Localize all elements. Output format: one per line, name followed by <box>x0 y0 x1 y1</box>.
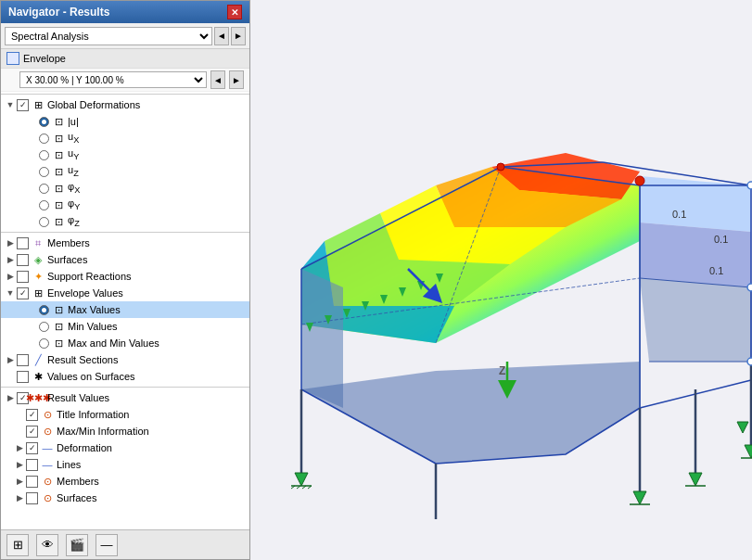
uz-icon: ⊡ <box>51 164 66 179</box>
next-arrow-button[interactable]: ► <box>231 27 246 45</box>
surfaces-lower-label: Surfaces <box>57 492 96 503</box>
support-checkbox[interactable] <box>17 271 29 283</box>
uy-icon: ⊡ <box>51 147 66 162</box>
min-values-row[interactable]: ⊡ Min Values <box>1 318 249 335</box>
surfaces-checkbox[interactable] <box>17 254 29 266</box>
deform-phiy-row[interactable]: ⊡ φY <box>1 197 249 213</box>
surfaces-lower-checkbox[interactable] <box>26 492 38 504</box>
surfaces-row[interactable]: ▶ ◈ Surfaces <box>1 251 249 268</box>
phiy-radio[interactable] <box>39 200 49 210</box>
values-surfaces-checkbox[interactable] <box>17 371 29 383</box>
u-abs-icon: ⊡ <box>51 114 66 129</box>
expand-lines-icon: ▶ <box>14 459 25 470</box>
max-min-values-row[interactable]: ⊡ Max and Min Values <box>1 335 249 351</box>
global-deformations-row[interactable]: ▼ ⊞ Global Deformations <box>1 96 249 113</box>
members-lower-checkbox[interactable] <box>26 476 38 488</box>
phiz-label: φZ <box>68 214 80 228</box>
deformation-checkbox[interactable] <box>26 442 38 454</box>
uz-radio[interactable] <box>39 167 49 177</box>
envelope-values-icon: ⊞ <box>31 286 45 300</box>
deform-uz-row[interactable]: ⊡ uZ <box>1 163 249 180</box>
values-surfaces-icon: ✱ <box>31 369 45 384</box>
svg-text:0.1: 0.1 <box>672 209 686 220</box>
svg-point-39 <box>747 182 752 189</box>
analysis-dropdown[interactable]: Spectral Analysis <box>5 27 212 45</box>
result-values-row[interactable]: ▶ ✱✱✱ Result Values <box>1 389 249 406</box>
global-def-icon: ⊞ <box>31 97 45 112</box>
max-values-row[interactable]: ⊡ Max Values <box>1 301 249 318</box>
ux-radio[interactable] <box>39 134 49 144</box>
expand-maxmin-icon <box>27 337 38 349</box>
members-checkbox[interactable] <box>17 237 29 249</box>
camera-button[interactable]: 🎬 <box>66 534 88 556</box>
maxmin-info-row[interactable]: ⊙ Max/Min Information <box>1 423 249 439</box>
values-on-surfaces-row[interactable]: ✱ Values on Surfaces <box>1 368 249 385</box>
uy-radio[interactable] <box>39 150 49 160</box>
surfaces-lower-row[interactable]: ▶ ⊙ Surfaces <box>1 490 249 506</box>
3d-view: 0.1 0.1 0.1 Z <box>250 0 752 560</box>
lines-row[interactable]: ▶ — Lines <box>1 456 249 473</box>
title-info-checkbox[interactable] <box>26 409 38 421</box>
members-lower-label: Members <box>57 476 99 487</box>
percent-next-button[interactable]: ► <box>229 70 244 89</box>
expand-support-icon: ▶ <box>5 271 16 282</box>
max-values-icon: ⊡ <box>51 302 66 317</box>
deform-u-abs-row[interactable]: ⊡ |u| <box>1 113 249 130</box>
result-sections-checkbox[interactable] <box>17 354 29 366</box>
line-button[interactable]: — <box>96 534 118 556</box>
support-icon: ✦ <box>31 269 45 284</box>
percent-select[interactable]: X 30.00 % | Y 100.00 % <box>19 71 207 88</box>
lines-icon: — <box>40 457 55 472</box>
envelope-values-row[interactable]: ▼ ⊞ Envelope Values <box>1 285 249 301</box>
expand-envelope-icon: ▼ <box>5 287 16 299</box>
svg-marker-8 <box>640 176 751 232</box>
phix-radio[interactable] <box>39 184 49 194</box>
max-values-radio[interactable] <box>39 305 49 315</box>
surfaces-icon: ◈ <box>31 252 45 267</box>
expand-maxmin-info-icon <box>14 426 25 437</box>
deform-phiz-row[interactable]: ⊡ φZ <box>1 213 249 230</box>
deformation-row[interactable]: ▶ — Deformation <box>1 439 249 456</box>
members-lower-row[interactable]: ▶ ⊙ Members <box>1 473 249 490</box>
surfaces-label: Surfaces <box>47 254 87 265</box>
deform-ux-row[interactable]: ⊡ uX <box>1 130 249 146</box>
expand-title-info-icon <box>14 409 25 420</box>
expand-deformation-icon: ▶ <box>14 442 25 453</box>
deform-phix-row[interactable]: ⊡ φX <box>1 180 249 197</box>
title-info-row[interactable]: ⊙ Title Information <box>1 406 249 423</box>
lines-checkbox[interactable] <box>26 459 38 471</box>
divider-1 <box>1 94 249 95</box>
expand-ux-icon <box>27 133 38 144</box>
global-def-label: Global Deformations <box>47 99 140 110</box>
expand-phiy-icon <box>27 199 38 210</box>
prev-arrow-button[interactable]: ◄ <box>214 27 229 45</box>
phix-icon: ⊡ <box>51 181 66 196</box>
global-def-checkbox[interactable] <box>17 99 29 111</box>
envelope-values-checkbox[interactable] <box>17 287 29 299</box>
expand-phix-icon <box>27 183 38 194</box>
grid-button[interactable]: ⊞ <box>6 534 29 556</box>
result-sections-row[interactable]: ▶ ╱ Result Sections <box>1 351 249 368</box>
u-abs-radio[interactable] <box>39 117 49 127</box>
divider-2 <box>1 232 249 233</box>
support-label: Support Reactions <box>47 271 132 282</box>
phix-label: φX <box>68 181 80 195</box>
phiy-label: φY <box>68 197 80 211</box>
maxmin-info-checkbox[interactable] <box>26 426 38 438</box>
nav-title: Navigator - Results <box>8 6 109 19</box>
min-values-radio[interactable] <box>39 322 49 332</box>
maxmin-icon: ⊡ <box>51 336 66 350</box>
expand-surfaces-icon: ▶ <box>5 254 16 265</box>
view-button[interactable]: 👁 <box>36 534 58 556</box>
percent-prev-button[interactable]: ◄ <box>210 70 225 89</box>
members-row[interactable]: ▶ ⌗ Members <box>1 235 249 251</box>
deform-uy-row[interactable]: ⊡ uY <box>1 146 249 163</box>
expand-phiz-icon <box>27 216 38 227</box>
svg-point-41 <box>747 358 752 365</box>
values-surfaces-label: Values on Surfaces <box>47 371 135 382</box>
phiz-radio[interactable] <box>39 217 49 227</box>
expand-global-def-icon: ▼ <box>5 99 16 110</box>
support-reactions-row[interactable]: ▶ ✦ Support Reactions <box>1 268 249 285</box>
maxmin-radio[interactable] <box>39 338 49 349</box>
close-button[interactable]: ✕ <box>227 5 242 19</box>
